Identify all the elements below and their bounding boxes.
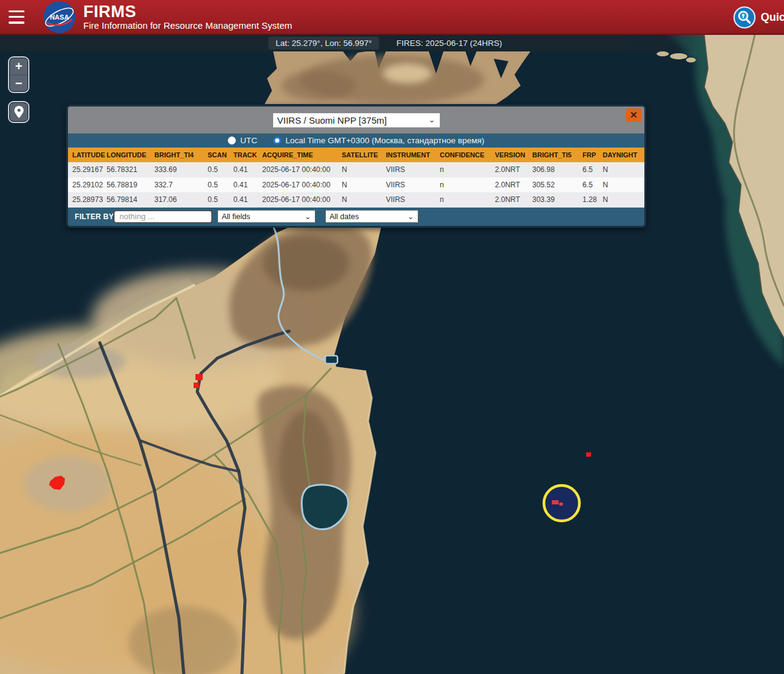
menu-icon[interactable]	[9, 10, 24, 24]
utc-radio-label: UTC	[240, 136, 257, 145]
quick-links-label: Quic	[761, 11, 784, 24]
nasa-logo[interactable]: NASA	[43, 1, 76, 34]
zoom-out-button[interactable]: −	[10, 75, 28, 91]
quick-links-button[interactable]: Quic	[733, 0, 784, 35]
map-canvas[interactable]	[0, 0, 784, 674]
local-time-radio[interactable]	[273, 137, 281, 144]
column-header[interactable]: LATITUDE	[68, 148, 107, 162]
column-header[interactable]: BRIGHT_TI5	[532, 148, 582, 162]
source-select[interactable]: VIIRS / Suomi NPP [375m] ⌄	[273, 113, 440, 128]
column-header[interactable]: SATELLITE	[342, 148, 386, 162]
table-row[interactable]: 25.2910256.78819 332.70.5 0.412025-06-17…	[68, 178, 646, 193]
filter-dates-select[interactable]: All dates ⌄	[325, 210, 418, 223]
quick-search-icon	[733, 6, 756, 29]
zoom-control: + −	[8, 56, 29, 93]
nasa-logo-text: NASA	[50, 13, 69, 21]
zoom-in-button[interactable]: +	[10, 58, 28, 75]
fire-marker	[586, 452, 591, 457]
column-header[interactable]: VERSION	[495, 148, 532, 162]
chevron-down-icon: ⌄	[304, 214, 311, 220]
app-subtitle: Fire Information for Resource Management…	[83, 20, 292, 31]
source-select-value: VIIRS / Suomi NPP [375m]	[277, 115, 387, 125]
filter-label: FILTER BY	[75, 212, 114, 221]
column-header[interactable]: LONGITUDE	[107, 148, 154, 162]
chevron-down-icon: ⌄	[407, 214, 414, 220]
fires-date-label: FIRES: 2025-06-17 (24HRS)	[396, 39, 502, 48]
locate-button[interactable]	[8, 101, 29, 123]
fire-data-table: LATITUDE LONGITUDE BRIGHT_TI4 SCAN TRACK…	[68, 148, 646, 208]
column-header[interactable]: BRIGHT_TI4	[154, 148, 208, 162]
location-pin-icon	[13, 105, 24, 119]
filter-fields-value: All fields	[222, 212, 251, 221]
selected-fire-marker	[552, 500, 559, 504]
column-header[interactable]: INSTRUMENT	[386, 148, 440, 162]
local-time-radio-label: Local Time GMT+0300 (Москва, стандартное…	[285, 136, 484, 145]
column-header[interactable]: CONFIDENCE	[440, 148, 495, 162]
filter-fields-select[interactable]: All fields ⌄	[217, 210, 315, 223]
filter-input[interactable]	[113, 210, 213, 223]
cursor-coordinates: Lat: 25.279°, Lon: 56.997°	[268, 37, 379, 50]
status-bar: Lat: 25.279°, Lon: 56.997° FIRES: 2025-0…	[0, 35, 784, 51]
column-header[interactable]: SCAN	[208, 148, 233, 162]
filter-bar: FILTER BY All fields ⌄ All dates ⌄	[68, 208, 644, 226]
close-icon: ✕	[630, 110, 638, 121]
selected-fire	[544, 485, 579, 521]
fire-marker	[194, 383, 199, 388]
filter-dates-value: All dates	[330, 212, 359, 221]
app-header: NASA FIRMS Fire Information for Resource…	[0, 0, 784, 35]
close-button[interactable]: ✕	[626, 108, 641, 122]
table-header-row: LATITUDE LONGITUDE BRIGHT_TI4 SCAN TRACK…	[68, 148, 646, 162]
fire-data-popup: VIIRS / Suomi NPP [375m] ⌄ ✕ UTC Local T…	[66, 105, 646, 228]
column-header[interactable]: ACQUIRE_TIME	[262, 148, 342, 162]
app-title: FIRMS	[83, 3, 292, 20]
table-row[interactable]: 25.2916756.78321 333.690.5 0.412025-06-1…	[68, 162, 646, 178]
fire-marker	[195, 374, 203, 380]
column-header[interactable]: FRP	[582, 148, 603, 162]
peninsula	[265, 51, 530, 104]
table-row[interactable]: 25.2897356.79814 317.060.5 0.412025-06-1…	[68, 192, 646, 208]
time-mode-row: UTC Local Time GMT+0300 (Москва, стандар…	[68, 133, 644, 148]
selected-fire-marker	[559, 503, 563, 506]
chevron-down-icon: ⌄	[429, 117, 435, 123]
utc-radio[interactable]	[228, 137, 236, 144]
popup-title-bar: VIIRS / Suomi NPP [375m] ⌄ ✕	[68, 107, 644, 133]
column-header[interactable]: DAYNIGHT	[603, 148, 646, 162]
column-header[interactable]: TRACK	[233, 148, 262, 162]
app-titles: FIRMS Fire Information for Resource Mana…	[83, 3, 292, 31]
